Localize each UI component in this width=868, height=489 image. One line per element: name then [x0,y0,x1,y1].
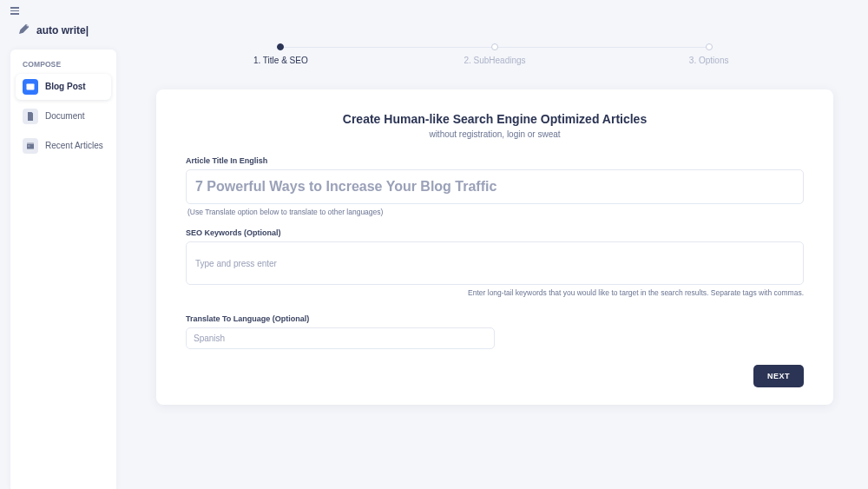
menu-toggle-button[interactable] [10,7,19,15]
sidebar-section-label: COMPOSE [16,56,111,74]
article-title-label: Article Title In English [186,156,804,165]
translate-language-label: Translate To Language (Optional) [186,314,804,323]
translate-language-input[interactable] [186,327,495,349]
step-label: 2. SubHeadings [464,56,525,65]
step-label: 3. Options [689,56,729,65]
sidebar-item-blog-post[interactable]: Blog Post [16,74,111,100]
svg-rect-3 [27,142,34,144]
seo-keywords-input[interactable] [195,259,794,268]
sidebar-item-label: Blog Post [45,82,86,91]
step-title-seo[interactable]: 1. Title & SEO [174,43,388,65]
step-dot-icon [277,43,284,50]
sidebar-item-label: Recent Articles [45,141,103,150]
seo-keywords-container[interactable] [186,241,804,285]
seo-keywords-hint: Enter long-tail keywords that you would … [186,288,804,297]
next-button[interactable]: NEXT [753,365,804,387]
recent-articles-icon [23,138,38,154]
article-title-input[interactable] [186,169,804,204]
sidebar-item-recent-articles[interactable]: Recent Articles [16,133,111,159]
step-subheadings[interactable]: 2. SubHeadings [388,43,602,65]
sidebar-item-document[interactable]: Document [16,103,111,129]
card-heading: Create Human-like Search Engine Optimize… [186,112,804,126]
card-subheading: without registration, login or sweat [186,129,804,139]
sidebar: COMPOSE Blog Post Document Recent Articl… [10,50,116,490]
brand-logo-icon [17,22,31,39]
sidebar-item-label: Document [45,111,85,121]
brand-name: auto write| [36,24,89,36]
stepper: 1. Title & SEO 2. SubHeadings 3. Options [174,43,816,65]
article-title-hint: (Use Translate option below to translate… [187,208,804,216]
step-options[interactable]: 3. Options [602,43,816,65]
seo-keywords-label: SEO Keywords (Optional) [186,228,804,237]
form-card: Create Human-like Search Engine Optimize… [156,89,833,405]
step-dot-icon [706,43,713,50]
document-icon [23,109,38,124]
svg-rect-1 [27,83,35,85]
step-dot-icon [491,43,498,50]
step-label: 1. Title & SEO [253,56,308,65]
blog-post-icon [23,79,38,95]
svg-rect-4 [28,145,30,146]
